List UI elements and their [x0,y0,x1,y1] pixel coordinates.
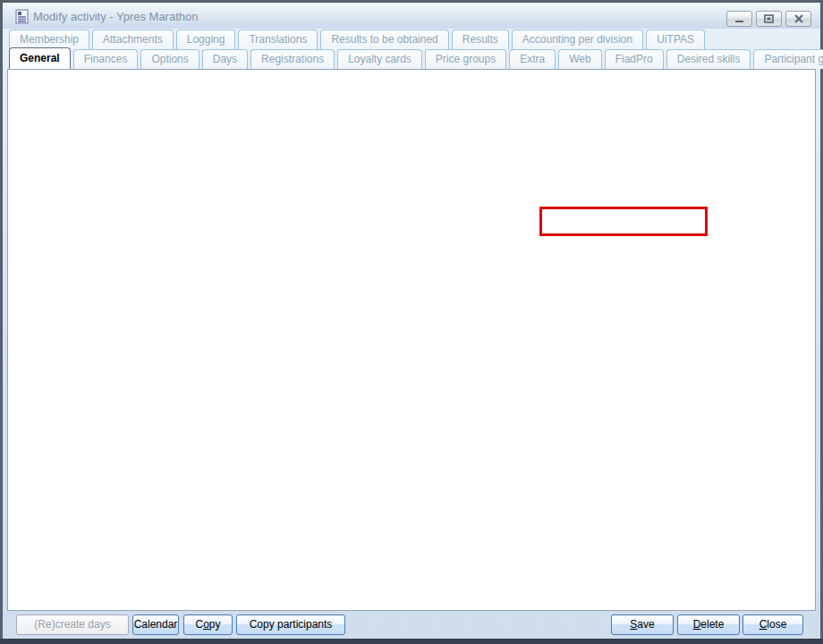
delete-button[interactable]: Delete [677,614,740,635]
window-icon [15,9,29,24]
copy-button-text: py [209,618,221,631]
tab-page-general [7,69,816,611]
copy-button-text: C [195,618,203,631]
tab-results-to-be-obtained[interactable]: Results to be obtained [320,30,448,49]
tab-membership[interactable]: Membership [9,30,89,49]
tab-uitpas[interactable]: UiTPAS [646,30,705,49]
tab-row-primary: General Finances Options Days Registrati… [9,49,823,69]
tab-finances[interactable]: Finances [73,49,139,69]
save-button-text: ave [637,618,654,631]
tab-extra[interactable]: Extra [509,49,556,69]
calendar-button[interactable]: Calendar [132,614,179,635]
close-button[interactable]: Close [742,614,803,635]
copy-participants-button[interactable]: Copy participants [236,614,345,635]
tab-translations[interactable]: Translations [238,30,318,49]
window-title: Modify activity - Ypres Marathon [33,10,198,23]
title-bar[interactable]: Modify activity - Ypres Marathon [3,3,820,29]
tab-loyalty-cards[interactable]: Loyalty cards [337,49,422,69]
minimize-button[interactable] [726,11,752,27]
tab-options[interactable]: Options [140,49,199,69]
tab-attachments[interactable]: Attachments [92,30,174,49]
tab-desired-skills[interactable]: Desired skills [666,49,751,69]
recreate-days-button: (Re)create days [16,614,129,635]
copy-button[interactable]: Copy [183,614,233,635]
save-button[interactable]: Save [611,614,674,635]
tab-general[interactable]: General [9,47,71,69]
maximize-icon [764,14,774,23]
window-bottom-edge [0,639,823,644]
close-button-text: lose [767,618,786,631]
tab-registrations[interactable]: Registrations [250,49,335,69]
tab-price-groups[interactable]: Price groups [425,49,506,69]
minimize-icon [734,15,744,23]
tab-accounting-per-division[interactable]: Accounting per division [512,30,643,49]
modify-activity-dialog: Modify activity - Ypres Marathon Members… [0,0,823,644]
tab-days[interactable]: Days [202,49,248,69]
tab-participant-groups[interactable]: Participant groups [753,49,823,69]
delete-button-mnemonic: D [693,618,701,631]
tab-results[interactable]: Results [452,30,509,49]
close-icon [794,14,803,23]
tab-logging[interactable]: Logging [176,30,236,49]
maximize-button[interactable] [756,11,782,27]
delete-button-text: elete [700,618,724,631]
close-window-button[interactable] [785,11,811,27]
tab-fiadpro[interactable]: FiadPro [605,49,664,69]
tab-row-secondary: Membership Attachments Logging Translati… [9,30,705,49]
tab-web[interactable]: Web [558,49,601,69]
copy-button-mnemonic: o [203,618,209,631]
